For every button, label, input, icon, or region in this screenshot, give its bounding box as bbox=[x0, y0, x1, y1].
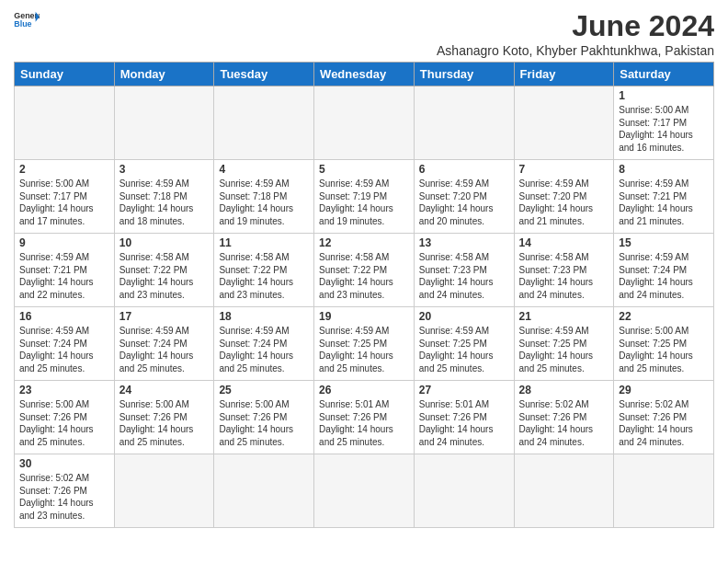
day-number: 20 bbox=[419, 310, 509, 323]
calendar-subtitle: Ashanagro Koto, Khyber Pakhtunkhwa, Paki… bbox=[437, 43, 714, 58]
day-info: Sunrise: 4:58 AM Sunset: 7:23 PM Dayligh… bbox=[519, 251, 609, 301]
calendar-cell: 12Sunrise: 4:58 AM Sunset: 7:22 PM Dayli… bbox=[314, 234, 415, 307]
day-info: Sunrise: 4:59 AM Sunset: 7:18 PM Dayligh… bbox=[219, 178, 309, 227]
day-number: 25 bbox=[219, 384, 309, 396]
day-number: 29 bbox=[619, 384, 709, 396]
calendar-cell: 9Sunrise: 4:59 AM Sunset: 7:21 PM Daylig… bbox=[15, 234, 115, 307]
calendar-cell bbox=[214, 454, 314, 528]
calendar-cell: 28Sunrise: 5:02 AM Sunset: 7:26 PM Dayli… bbox=[514, 381, 614, 454]
calendar-cell: 29Sunrise: 5:02 AM Sunset: 7:26 PM Dayli… bbox=[614, 381, 714, 454]
calendar-cell bbox=[114, 454, 214, 528]
calendar-cell: 1Sunrise: 5:00 AM Sunset: 7:17 PM Daylig… bbox=[614, 86, 714, 160]
day-info: Sunrise: 4:59 AM Sunset: 7:24 PM Dayligh… bbox=[619, 251, 709, 301]
calendar-cell: 5Sunrise: 4:59 AM Sunset: 7:19 PM Daylig… bbox=[314, 160, 415, 234]
calendar-cell: 21Sunrise: 4:59 AM Sunset: 7:25 PM Dayli… bbox=[514, 307, 614, 381]
day-info: Sunrise: 5:01 AM Sunset: 7:26 PM Dayligh… bbox=[319, 398, 409, 448]
calendar-cell bbox=[614, 454, 714, 528]
calendar-cell: 8Sunrise: 4:59 AM Sunset: 7:21 PM Daylig… bbox=[614, 160, 714, 234]
day-number: 6 bbox=[419, 163, 509, 176]
day-number: 26 bbox=[319, 384, 409, 396]
calendar-cell: 7Sunrise: 4:59 AM Sunset: 7:20 PM Daylig… bbox=[514, 160, 614, 234]
calendar-cell: 3Sunrise: 4:59 AM Sunset: 7:18 PM Daylig… bbox=[114, 160, 214, 234]
calendar-week-2: 2Sunrise: 5:00 AM Sunset: 7:17 PM Daylig… bbox=[15, 160, 714, 234]
day-info: Sunrise: 4:59 AM Sunset: 7:25 PM Dayligh… bbox=[519, 325, 609, 374]
calendar-cell bbox=[514, 86, 614, 160]
day-number: 28 bbox=[519, 384, 609, 396]
day-info: Sunrise: 4:58 AM Sunset: 7:22 PM Dayligh… bbox=[219, 251, 309, 301]
day-number: 15 bbox=[619, 236, 709, 249]
day-info: Sunrise: 4:59 AM Sunset: 7:25 PM Dayligh… bbox=[419, 325, 509, 374]
day-number: 14 bbox=[519, 236, 609, 249]
calendar-table: SundayMondayTuesdayWednesdayThursdayFrid… bbox=[14, 62, 714, 528]
weekday-header-sunday: Sunday bbox=[15, 63, 115, 86]
day-info: Sunrise: 4:59 AM Sunset: 7:21 PM Dayligh… bbox=[619, 178, 709, 227]
calendar-cell: 2Sunrise: 5:00 AM Sunset: 7:17 PM Daylig… bbox=[15, 160, 115, 234]
day-info: Sunrise: 4:59 AM Sunset: 7:21 PM Dayligh… bbox=[19, 251, 109, 301]
calendar-cell: 22Sunrise: 5:00 AM Sunset: 7:25 PM Dayli… bbox=[614, 307, 714, 381]
day-number: 3 bbox=[119, 163, 210, 176]
calendar-cell: 11Sunrise: 4:58 AM Sunset: 7:22 PM Dayli… bbox=[214, 234, 314, 307]
calendar-week-4: 16Sunrise: 4:59 AM Sunset: 7:24 PM Dayli… bbox=[15, 307, 714, 381]
day-info: Sunrise: 4:59 AM Sunset: 7:20 PM Dayligh… bbox=[419, 178, 509, 227]
day-info: Sunrise: 4:59 AM Sunset: 7:24 PM Dayligh… bbox=[19, 325, 109, 374]
calendar-cell: 20Sunrise: 4:59 AM Sunset: 7:25 PM Dayli… bbox=[414, 307, 514, 381]
day-number: 24 bbox=[119, 384, 210, 396]
svg-text:Blue: Blue bbox=[14, 19, 31, 29]
day-info: Sunrise: 5:00 AM Sunset: 7:26 PM Dayligh… bbox=[19, 398, 109, 448]
calendar-title: June 2024 bbox=[437, 9, 714, 43]
calendar-cell: 15Sunrise: 4:59 AM Sunset: 7:24 PM Dayli… bbox=[614, 234, 714, 307]
day-number: 13 bbox=[419, 236, 509, 249]
day-number: 22 bbox=[619, 310, 709, 323]
calendar-cell bbox=[314, 454, 415, 528]
day-number: 30 bbox=[19, 457, 109, 470]
day-info: Sunrise: 5:02 AM Sunset: 7:26 PM Dayligh… bbox=[19, 472, 109, 522]
day-number: 11 bbox=[219, 236, 309, 249]
day-number: 12 bbox=[319, 236, 409, 249]
day-number: 18 bbox=[219, 310, 309, 323]
weekday-header-saturday: Saturday bbox=[614, 63, 714, 86]
calendar-cell bbox=[314, 86, 415, 160]
calendar-cell: 19Sunrise: 4:59 AM Sunset: 7:25 PM Dayli… bbox=[314, 307, 415, 381]
title-area: June 2024 Ashanagro Koto, Khyber Pakhtun… bbox=[437, 9, 714, 58]
calendar-cell: 27Sunrise: 5:01 AM Sunset: 7:26 PM Dayli… bbox=[414, 381, 514, 454]
calendar-cell bbox=[414, 86, 514, 160]
day-number: 17 bbox=[119, 310, 210, 323]
day-number: 8 bbox=[619, 163, 709, 176]
weekday-header-monday: Monday bbox=[114, 63, 214, 86]
calendar-cell: 17Sunrise: 4:59 AM Sunset: 7:24 PM Dayli… bbox=[114, 307, 214, 381]
calendar-cell: 30Sunrise: 5:02 AM Sunset: 7:26 PM Dayli… bbox=[15, 454, 115, 528]
day-info: Sunrise: 5:02 AM Sunset: 7:26 PM Dayligh… bbox=[519, 398, 609, 448]
day-number: 10 bbox=[119, 236, 210, 249]
day-number: 9 bbox=[19, 236, 109, 249]
day-number: 21 bbox=[519, 310, 609, 323]
day-number: 7 bbox=[519, 163, 609, 176]
day-info: Sunrise: 4:59 AM Sunset: 7:18 PM Dayligh… bbox=[119, 178, 210, 227]
day-info: Sunrise: 4:59 AM Sunset: 7:25 PM Dayligh… bbox=[319, 325, 409, 374]
calendar-cell: 18Sunrise: 4:59 AM Sunset: 7:24 PM Dayli… bbox=[214, 307, 314, 381]
day-info: Sunrise: 4:59 AM Sunset: 7:24 PM Dayligh… bbox=[119, 325, 210, 374]
calendar-cell: 4Sunrise: 4:59 AM Sunset: 7:18 PM Daylig… bbox=[214, 160, 314, 234]
calendar-cell: 23Sunrise: 5:00 AM Sunset: 7:26 PM Dayli… bbox=[15, 381, 115, 454]
day-number: 19 bbox=[319, 310, 409, 323]
calendar-week-3: 9Sunrise: 4:59 AM Sunset: 7:21 PM Daylig… bbox=[15, 234, 714, 307]
calendar-cell bbox=[214, 86, 314, 160]
calendar-cell bbox=[15, 86, 115, 160]
calendar-cell bbox=[414, 454, 514, 528]
day-info: Sunrise: 4:58 AM Sunset: 7:22 PM Dayligh… bbox=[119, 251, 210, 301]
day-number: 16 bbox=[19, 310, 109, 323]
day-number: 23 bbox=[19, 384, 109, 396]
calendar-week-6: 30Sunrise: 5:02 AM Sunset: 7:26 PM Dayli… bbox=[15, 454, 714, 528]
day-info: Sunrise: 4:58 AM Sunset: 7:22 PM Dayligh… bbox=[319, 251, 409, 301]
calendar-cell: 24Sunrise: 5:00 AM Sunset: 7:26 PM Dayli… bbox=[114, 381, 214, 454]
day-info: Sunrise: 4:59 AM Sunset: 7:19 PM Dayligh… bbox=[319, 178, 409, 227]
weekday-header-row: SundayMondayTuesdayWednesdayThursdayFrid… bbox=[15, 63, 714, 86]
calendar-week-1: 1Sunrise: 5:00 AM Sunset: 7:17 PM Daylig… bbox=[15, 86, 714, 160]
calendar-cell bbox=[114, 86, 214, 160]
calendar-cell bbox=[514, 454, 614, 528]
logo: General Blue bbox=[14, 9, 40, 29]
day-info: Sunrise: 5:01 AM Sunset: 7:26 PM Dayligh… bbox=[419, 398, 509, 448]
day-info: Sunrise: 5:02 AM Sunset: 7:26 PM Dayligh… bbox=[619, 398, 709, 448]
day-info: Sunrise: 5:00 AM Sunset: 7:17 PM Dayligh… bbox=[19, 178, 109, 227]
calendar-cell: 26Sunrise: 5:01 AM Sunset: 7:26 PM Dayli… bbox=[314, 381, 415, 454]
day-info: Sunrise: 5:00 AM Sunset: 7:26 PM Dayligh… bbox=[219, 398, 309, 448]
